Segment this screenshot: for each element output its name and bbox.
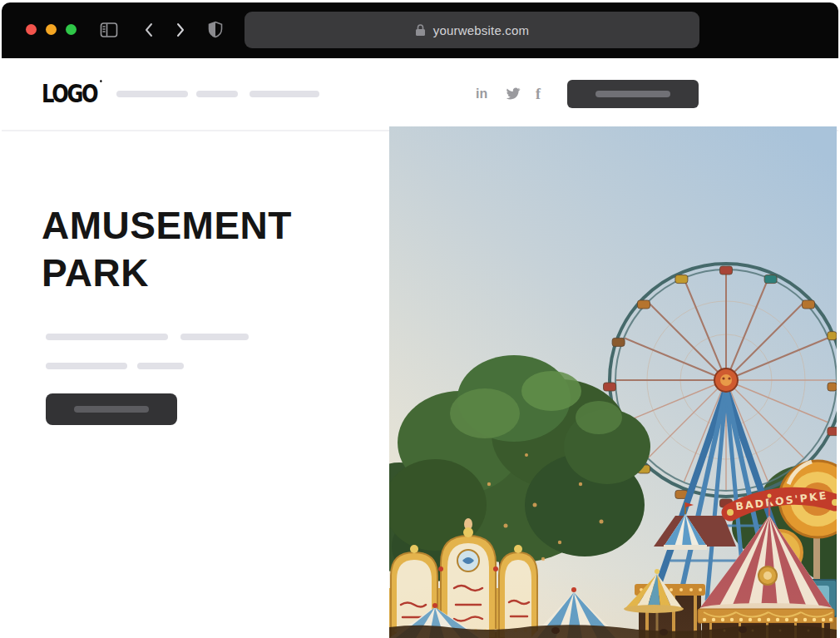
close-window-button[interactable] — [26, 24, 37, 35]
browser-toolbar: yourwebsite.com — [2, 2, 838, 58]
sidebar-toggle-icon[interactable] — [100, 21, 118, 39]
logo-trademark-dot — [100, 80, 101, 82]
page-title-line1: AMUSEMENT — [42, 202, 292, 250]
twitter-icon[interactable] — [506, 58, 521, 130]
hero-text-placeholder — [46, 363, 127, 369]
nav-link-placeholder-1[interactable] — [116, 91, 188, 97]
hero-text-placeholder — [137, 363, 184, 369]
hero-photo-amusement-park: BADROS'PKE — [389, 126, 837, 638]
forward-icon[interactable] — [171, 21, 190, 39]
hero-cta-label-placeholder — [74, 406, 149, 413]
page-title: AMUSEMENT PARK — [42, 202, 292, 297]
site-header: LOGO in f — [2, 58, 838, 131]
hero-cta-button[interactable] — [46, 393, 177, 425]
site-logo[interactable]: LOGO — [42, 78, 96, 108]
zoom-window-button[interactable] — [66, 24, 77, 35]
url-bar[interactable]: yourwebsite.com — [245, 12, 699, 48]
screenshot-stage: yourwebsite.com LOGO in f — [0, 0, 840, 638]
site-logo-text: LOGO — [42, 78, 96, 108]
linkedin-icon[interactable]: in — [476, 58, 487, 130]
hero-text-placeholder — [46, 334, 168, 340]
url-text: yourwebsite.com — [433, 23, 530, 37]
browser-window: yourwebsite.com LOGO in f — [2, 2, 838, 638]
nav-link-placeholder-2[interactable] — [196, 91, 238, 97]
header-cta-button[interactable] — [567, 80, 699, 108]
page-title-line2: PARK — [42, 250, 292, 297]
back-icon[interactable] — [140, 21, 158, 39]
minimize-window-button[interactable] — [46, 24, 57, 35]
shield-privacy-icon[interactable] — [206, 21, 225, 39]
nav-link-placeholder-3[interactable] — [250, 91, 319, 97]
hero-text-placeholder — [180, 334, 249, 340]
header-cta-label-placeholder — [595, 91, 670, 97]
lock-icon — [415, 23, 426, 37]
facebook-icon[interactable]: f — [536, 58, 541, 130]
